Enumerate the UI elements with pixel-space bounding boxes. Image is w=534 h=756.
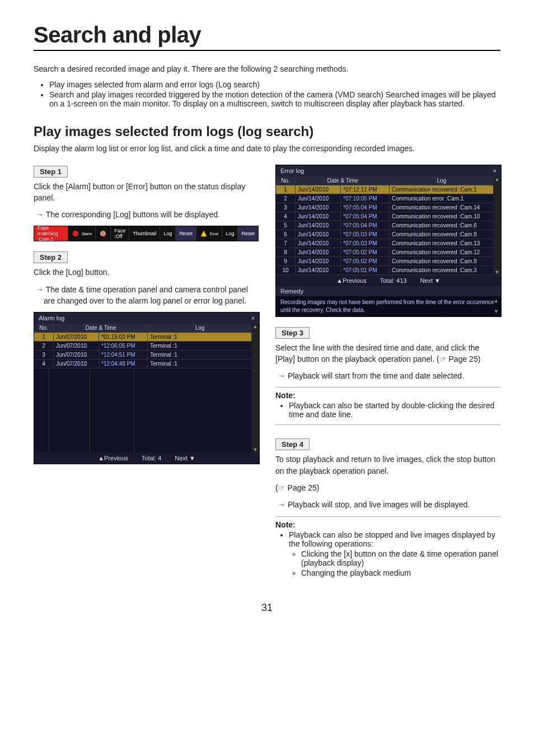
mic-button[interactable] (95, 226, 110, 241)
note-step4: Note: Playback can also be stopped and l… (275, 516, 500, 577)
col-date-time: Date & Time (296, 176, 390, 185)
step3-label: Step 3 (275, 327, 310, 339)
cell-time: *07:05:03 PM (341, 230, 390, 239)
cell-log: Communication recovered :Cam.9 (390, 230, 493, 239)
note-step3: Note: Playback can also be started by do… (275, 387, 500, 425)
table-row[interactable]: 10Jun/14/2010*07:05:01 PMCommunication r… (276, 266, 493, 275)
cell-no: 2 (276, 194, 296, 203)
error-reset-button[interactable]: Reset (237, 226, 258, 241)
cell-log: Terminal :1 (148, 351, 251, 359)
cell-log: Communication recovered :Cam.14 (390, 203, 493, 212)
error-log-button[interactable]: Log (222, 226, 237, 241)
cell-date: Jun/14/2010 (296, 257, 341, 265)
step2-label: Step 2 (34, 251, 68, 263)
page-number: 31 (34, 602, 500, 614)
scroll-up-icon[interactable]: ▲ (495, 176, 500, 182)
scroll-up-icon[interactable]: ▲ (253, 324, 258, 329)
error-previous-button[interactable]: ▲Previous (336, 277, 367, 284)
scroll-down-icon[interactable]: ▼ (494, 308, 499, 315)
table-row[interactable]: 3Jun/07/2010*12:04:51 PMTerminal :1 (34, 351, 251, 360)
alarm-log-title-bar: Alarm log × (34, 312, 259, 324)
scroll-down-icon[interactable]: ▼ (253, 447, 258, 452)
alarm-previous-button[interactable]: ▲Previous (98, 455, 128, 461)
table-row[interactable]: 4Jun/14/2010*07:05:04 PMCommunication re… (276, 212, 493, 221)
step4-label: Step 4 (275, 438, 310, 450)
table-row[interactable]: 8Jun/14/2010*07:05:02 PMCommunication re… (276, 248, 493, 257)
remedy-title: Remedy (276, 286, 501, 296)
alarm-log-button[interactable]: Log (160, 226, 175, 241)
scroll-down-icon[interactable]: ▼ (495, 269, 500, 275)
cell-no: 4 (276, 212, 296, 221)
alarm-reset-button[interactable]: Reset (175, 226, 196, 241)
error-log-header: No. Date & Time Log (276, 176, 493, 185)
close-icon[interactable]: × (493, 167, 496, 174)
table-row[interactable]: 5Jun/14/2010*07:05:04 PMCommunication re… (276, 221, 493, 230)
cell-log: Terminal :1 (148, 333, 251, 341)
table-row[interactable]: 2Jun/07/2010*12:06:05 PMTerminal :1 (34, 342, 251, 351)
cell-date: Jun/14/2010 (296, 221, 341, 230)
alarm-next-button[interactable]: Next ▼ (175, 455, 195, 461)
cell-time: *07:05:04 PM (341, 212, 390, 221)
error-log-panel: Error log × No. Date & Time Log 1Jun/14/… (275, 165, 502, 317)
cell-log: Communication recovered :Cam.8 (390, 257, 493, 265)
cell-date: Jun/07/2010 (54, 333, 99, 341)
alarm-label: Alarm (82, 232, 92, 236)
cell-no: 7 (276, 239, 296, 248)
cell-log: Communication recovered :Cam.3 (390, 266, 493, 274)
face-matching-status: Face matching :Cam.1 (34, 226, 68, 241)
thumbnail-button[interactable]: Thumbnail (129, 226, 160, 241)
cell-date: Jun/07/2010 (54, 351, 99, 359)
cell-date: Jun/14/2010 (296, 185, 341, 194)
cell-date: Jun/14/2010 (296, 239, 341, 248)
cell-time: *07:05:02 PM (341, 257, 390, 265)
intro-bullet: Search and play images recorded triggere… (49, 90, 500, 108)
note-sub-item: Changing the playback medium (301, 568, 500, 577)
table-row[interactable]: 1Jun/07/2010*01:15:02 PMTerminal :1 (34, 333, 251, 342)
cell-time: *07:05:04 PM (341, 221, 390, 230)
step2-text: Click the [Log] button. (34, 267, 259, 278)
error-log-scrollbar[interactable]: ▲ ▼ (493, 176, 501, 275)
cell-time: *07:05:02 PM (341, 248, 390, 256)
step4-text1: To stop playback and return to live imag… (275, 454, 500, 477)
cell-no: 3 (276, 203, 296, 212)
step4-arrow: Playback will stop, and live images will… (283, 499, 500, 510)
cell-log: Communication recovered :Cam.1 (390, 185, 493, 194)
section-title: Play images selected from logs (log sear… (34, 124, 500, 139)
close-icon[interactable]: × (251, 315, 255, 321)
cell-log: Terminal :1 (148, 360, 251, 368)
cell-time: *12:06:05 PM (99, 342, 148, 350)
svg-point-0 (73, 231, 79, 237)
step1-text: Click the [Alarm] button or [Error] butt… (34, 181, 259, 204)
cell-no: 8 (276, 248, 296, 256)
warning-icon (200, 230, 208, 237)
table-row[interactable]: 1Jun/14/2010*07:12:11 PMCommunication re… (276, 185, 493, 194)
face-off-button[interactable]: Face :Off (110, 226, 129, 241)
cell-log: Communication recovered :Cam.6 (390, 221, 493, 230)
note-title: Note: (275, 391, 500, 400)
alarm-log-footer: ▲Previous Total: 4 Next ▼ (34, 452, 259, 464)
table-row[interactable]: 4Jun/07/2010*12:04:48 PMTerminal :1 (34, 360, 251, 368)
cell-date: Jun/14/2010 (296, 248, 341, 256)
cell-time: *07:05:01 PM (341, 266, 390, 274)
alarm-log-title: Alarm log (39, 315, 64, 321)
cell-date: Jun/14/2010 (296, 266, 341, 274)
col-date-time: Date & Time (54, 324, 148, 332)
cell-no: 10 (276, 266, 296, 274)
scroll-up-icon[interactable]: ▲ (494, 297, 499, 305)
cell-date: Jun/14/2010 (296, 212, 341, 221)
table-row[interactable]: 3Jun/14/2010*07:05:04 PMCommunication re… (276, 203, 493, 212)
error-log-title-bar: Error log × (276, 165, 501, 176)
cell-no: 4 (34, 360, 54, 368)
table-row[interactable]: 7Jun/14/2010*07:05:03 PMCommunication re… (276, 239, 493, 248)
error-button[interactable]: Error (196, 226, 222, 241)
table-row[interactable]: 9Jun/14/2010*07:05:02 PMCommunication re… (276, 257, 493, 266)
col-log: Log (148, 324, 251, 332)
alarm-button[interactable]: Alarm (68, 226, 95, 241)
alarm-total: Total: 4 (142, 455, 161, 461)
alarm-log-scrollbar[interactable]: ▲ ▼ (251, 324, 259, 452)
col-no: No. (276, 176, 296, 185)
table-row[interactable]: 6Jun/14/2010*07:05:03 PMCommunication re… (276, 230, 493, 239)
cell-time: *07:10:05 PM (341, 194, 390, 203)
error-next-button[interactable]: Next ▼ (420, 277, 441, 284)
table-row[interactable]: 2Jun/14/2010*07:10:05 PMCommunication er… (276, 194, 493, 203)
